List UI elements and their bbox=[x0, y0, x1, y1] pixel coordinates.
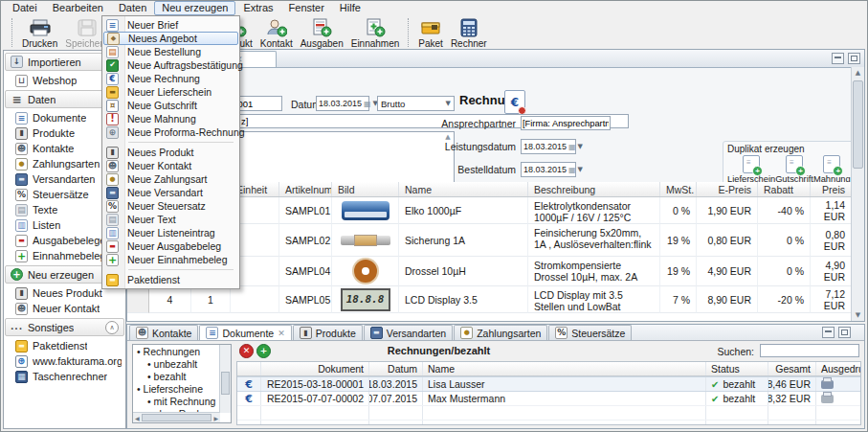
menu-item[interactable]: Bearbeiten bbox=[45, 1, 111, 15]
bottom-tab[interactable]: Produkte bbox=[293, 325, 363, 340]
collapse-all-icon[interactable] bbox=[105, 321, 119, 334]
dropdown-menu-item[interactable]: Neue Zahlungsart bbox=[102, 172, 239, 186]
editor-maximize-button[interactable] bbox=[848, 53, 860, 64]
itemnumber-cell[interactable]: SAMPL05 bbox=[279, 286, 332, 313]
menu-item[interactable]: Neu erzeugen bbox=[154, 1, 235, 15]
name-cell[interactable]: LCD Display 3.5 bbox=[399, 286, 528, 313]
col-price[interactable]: Preis bbox=[811, 182, 852, 196]
col-discount[interactable]: Rabatt bbox=[758, 182, 811, 196]
menu-item[interactable]: Datei bbox=[5, 1, 45, 15]
dropdown-menu-item[interactable]: Neuer Text bbox=[102, 213, 239, 226]
tree-item[interactable]: unbezahlt bbox=[133, 358, 220, 371]
name-cell[interactable]: Max Mustermann bbox=[423, 392, 706, 405]
tab-close-icon[interactable]: ✕ bbox=[278, 329, 285, 338]
discount-cell[interactable]: -40 % bbox=[758, 197, 811, 224]
total-cell[interactable]: 18,32 EUR bbox=[768, 392, 816, 405]
date-cell[interactable]: 07.07.2015 bbox=[369, 392, 423, 405]
menu-item[interactable]: Hilfe bbox=[332, 1, 368, 15]
contact-person-input[interactable] bbox=[521, 116, 611, 130]
dropdown-menu-item[interactable]: Neue Proforma-Rechnung bbox=[102, 125, 239, 139]
document-cell[interactable]: RE2015-07-07-00002 bbox=[261, 392, 369, 405]
unitprice-cell[interactable]: 8,90 EUR bbox=[697, 286, 758, 313]
dropdown-menu-item[interactable]: Neuer Steuersatz bbox=[102, 199, 239, 213]
menu-item[interactable]: Daten bbox=[111, 1, 154, 15]
date-field[interactable]: 18.03.2015 ▦ ▼ bbox=[316, 96, 369, 111]
duplicate-dunning-button[interactable]: Mahnung bbox=[813, 155, 851, 184]
vat-cell[interactable]: 19 % bbox=[660, 257, 697, 286]
panel-minimize-button[interactable] bbox=[822, 327, 835, 338]
scrollbar-thumb[interactable] bbox=[142, 414, 212, 421]
delete-button[interactable]: ✕ bbox=[239, 344, 254, 358]
itemnumber-cell[interactable]: SAMPL04 bbox=[279, 257, 332, 286]
scrollbar-thumb[interactable] bbox=[853, 80, 863, 169]
col-picture[interactable]: Bild bbox=[332, 182, 399, 196]
duplicate-delivery-note-button[interactable]: Lieferschein bbox=[727, 155, 775, 184]
document-row[interactable]: € RE2015-07-07-00002 07.07.2015 Max Must… bbox=[237, 392, 860, 406]
bottom-tab[interactable]: Dokumente ✕ bbox=[199, 325, 291, 340]
itemnumber-cell[interactable]: SAMPL02 bbox=[279, 224, 332, 257]
dropdown-menu-item[interactable]: Paketdienst bbox=[102, 273, 239, 286]
sidebar-entry[interactable]: Sonstiges bbox=[5, 318, 124, 336]
itemnumber-cell[interactable]: SAMPL01 bbox=[279, 197, 332, 224]
sidebar-entry[interactable]: www.fakturama.org bbox=[4, 353, 125, 369]
col-status[interactable]: Status bbox=[706, 362, 768, 375]
search-input[interactable] bbox=[760, 344, 859, 357]
bottom-tab[interactable]: Versandarten bbox=[364, 325, 453, 340]
price-cell[interactable]: 7,12 EUR bbox=[811, 286, 852, 313]
document-row[interactable]: € RE2015-03-18-00001 18.03.2015 Lisa Lau… bbox=[237, 376, 860, 392]
dropdown-menu-item[interactable]: Neue Gutschrift bbox=[102, 99, 239, 112]
dropdown-menu-item[interactable]: Neue Versandart bbox=[102, 186, 239, 199]
printer-icon[interactable] bbox=[821, 395, 834, 403]
discount-cell[interactable]: -20 % bbox=[758, 286, 811, 313]
scroll-up-icon[interactable]: ▲ bbox=[443, 133, 453, 141]
col-printed[interactable]: Ausgedruckt bbox=[816, 362, 861, 375]
dropdown-menu-item[interactable] bbox=[102, 266, 239, 273]
col-document[interactable]: Dokument bbox=[261, 362, 369, 375]
name-cell[interactable]: Sicherung 1A bbox=[399, 224, 528, 257]
dropdown-menu-item[interactable]: Neuer Brief bbox=[102, 18, 239, 32]
description-cell[interactable]: LCD Display mit 3.5 Stellen und LowBat W… bbox=[528, 286, 660, 313]
editor-minimize-button[interactable] bbox=[832, 53, 844, 64]
duplicate-credit-button[interactable]: Gutschrift bbox=[775, 155, 813, 184]
tree-item[interactable]: Lieferscheine bbox=[133, 383, 220, 396]
col-unitprice[interactable]: E-Preis bbox=[697, 182, 758, 196]
invoice-item-row[interactable]: 4 1 SAMPL05 LCD Display 3.5 LCD Display … bbox=[127, 286, 852, 313]
menu-item[interactable]: Fenster bbox=[281, 1, 332, 15]
description-cell[interactable]: Feinsicherung 5x20mm, 1A , Auslöseverhal… bbox=[528, 224, 660, 257]
vat-cell[interactable]: 19 % bbox=[660, 224, 697, 257]
dropdown-menu-item[interactable]: Neue Auftragsbestätigung bbox=[102, 58, 239, 72]
panel-maximize-button[interactable] bbox=[838, 327, 851, 338]
scroll-down-icon[interactable]: ▼ bbox=[852, 311, 864, 319]
dropdown-menu-item[interactable] bbox=[102, 139, 239, 146]
dropdown-menu-item[interactable]: Neue Rechnung bbox=[102, 72, 239, 85]
tree-item[interactable]: Rechnungen bbox=[133, 346, 220, 358]
total-cell[interactable]: 18,46 EUR bbox=[768, 377, 816, 391]
menu-item[interactable]: Extras bbox=[235, 1, 280, 15]
col-date[interactable]: Datum bbox=[369, 362, 423, 375]
bottom-tab[interactable]: Kontakte bbox=[129, 325, 198, 340]
scroll-up-icon[interactable]: ▲ bbox=[852, 69, 864, 77]
unitprice-cell[interactable]: 4,90 EUR bbox=[697, 257, 758, 286]
dropdown-menu-item[interactable]: Neuer Lieferschein bbox=[102, 85, 239, 99]
dropdown-menu-item[interactable]: Neuer Einnahmebeleg bbox=[102, 253, 239, 266]
dropdown-menu-item[interactable]: Neues Produkt bbox=[102, 146, 239, 159]
scrollbar-thumb[interactable] bbox=[221, 372, 230, 395]
dropdown-menu-item[interactable]: Neuer Ausgabebeleg bbox=[102, 239, 239, 253]
col-name[interactable]: Name bbox=[423, 362, 706, 375]
name-cell[interactable]: Drossel 10µH bbox=[399, 257, 528, 286]
description-cell[interactable]: Stromkompensierte Drossel 10µH, max. 2A bbox=[528, 257, 660, 286]
new-income-button[interactable]: Einnahmen bbox=[347, 17, 404, 50]
tree-vertical-scrollbar[interactable] bbox=[219, 345, 231, 413]
sidebar-entry[interactable]: Paketdienst bbox=[4, 338, 125, 353]
col-total[interactable]: Gesamt bbox=[768, 362, 816, 375]
pos-cell[interactable]: 4 bbox=[149, 286, 191, 313]
col-name[interactable]: Name bbox=[399, 182, 528, 196]
order-date-field[interactable]: 18.03.2015 ▦ ▼ bbox=[521, 162, 576, 177]
price-cell[interactable]: 1,14 EUR bbox=[811, 197, 852, 224]
bottom-tab[interactable]: Zahlungsarten bbox=[454, 325, 547, 340]
editor-scrollbar[interactable]: ▲ ▼ bbox=[851, 67, 864, 321]
dropdown-menu-item[interactable]: Neuer Listeneintrag bbox=[102, 226, 239, 239]
quantity-cell[interactable]: 1 bbox=[191, 286, 231, 313]
tree-horizontal-scrollbar[interactable]: ◀▶ bbox=[133, 412, 220, 422]
new-contact-button[interactable]: Kontakt bbox=[256, 17, 297, 50]
